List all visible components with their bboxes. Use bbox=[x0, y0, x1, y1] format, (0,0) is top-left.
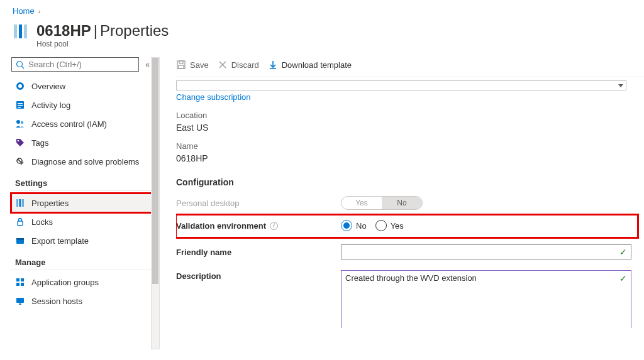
info-icon[interactable]: i bbox=[270, 222, 278, 230]
sidebar-item-label: Diagnose and solve problems bbox=[31, 157, 139, 166]
svg-rect-0 bbox=[14, 25, 17, 38]
svg-line-4 bbox=[22, 66, 25, 68]
name-value: 0618HP bbox=[176, 151, 638, 163]
svg-rect-27 bbox=[16, 298, 24, 303]
save-label: Save bbox=[190, 60, 209, 70]
page-title-separator: | bbox=[94, 22, 97, 40]
location-label: Location bbox=[176, 102, 638, 120]
svg-rect-24 bbox=[21, 278, 24, 281]
radio-no[interactable]: No bbox=[341, 220, 367, 231]
friendly-name-label: Friendly name bbox=[176, 248, 341, 257]
check-icon: ✓ bbox=[619, 247, 627, 257]
radio-circle-checked-icon bbox=[341, 220, 352, 231]
svg-rect-25 bbox=[16, 283, 19, 286]
svg-rect-17 bbox=[16, 199, 18, 207]
configuration-heading: Configuration bbox=[176, 163, 638, 192]
discard-icon bbox=[218, 60, 228, 70]
toolbar: Save Discard Download template bbox=[176, 56, 644, 77]
activity-log-icon bbox=[15, 100, 25, 110]
radio-no-label: No bbox=[356, 221, 367, 231]
svg-rect-28 bbox=[19, 303, 21, 305]
breadcrumb-home[interactable]: Home bbox=[13, 6, 35, 16]
validation-environment-row: Validation environment i No Yes bbox=[176, 215, 638, 237]
svg-point-6 bbox=[18, 84, 22, 88]
svg-point-3 bbox=[17, 61, 23, 67]
sidebar-item-locks[interactable]: Locks bbox=[11, 212, 152, 231]
personal-desktop-toggle: Yes No bbox=[341, 196, 423, 210]
sidebar-item-tags[interactable]: Tags bbox=[11, 133, 152, 152]
sidebar-item-label: Tags bbox=[31, 138, 48, 148]
svg-line-15 bbox=[18, 159, 21, 163]
validation-env-radio-group: No Yes bbox=[341, 220, 404, 231]
sessionhosts-icon bbox=[15, 296, 25, 306]
sidebar-item-activity-log[interactable]: Activity log bbox=[11, 95, 152, 114]
toggle-yes: Yes bbox=[341, 197, 382, 209]
sidebar-item-session-hosts[interactable]: Session hosts bbox=[11, 292, 152, 310]
breadcrumb: Home › bbox=[0, 0, 644, 18]
download-template-button[interactable]: Download template bbox=[268, 60, 352, 70]
sidebar-section-settings: Settings bbox=[11, 171, 152, 191]
save-icon bbox=[176, 60, 186, 70]
page-header: 0618HP | Properties Host pool bbox=[0, 18, 644, 56]
resource-type: Host pool bbox=[36, 40, 169, 48]
discard-button[interactable]: Discard bbox=[218, 60, 259, 70]
description-label: Description bbox=[176, 270, 341, 281]
svg-rect-23 bbox=[16, 278, 19, 281]
page-title: Properties bbox=[100, 22, 169, 40]
subscription-dropdown[interactable] bbox=[176, 80, 626, 90]
save-button[interactable]: Save bbox=[176, 60, 209, 70]
check-icon: ✓ bbox=[619, 273, 627, 283]
personal-desktop-label: Personal desktop bbox=[176, 199, 341, 208]
svg-rect-20 bbox=[18, 221, 23, 226]
svg-rect-19 bbox=[22, 199, 24, 207]
hostpool-icon bbox=[13, 22, 29, 40]
toggle-no: No bbox=[382, 197, 422, 209]
svg-rect-30 bbox=[179, 61, 183, 63]
diagnose-icon bbox=[15, 156, 25, 166]
svg-rect-8 bbox=[18, 103, 23, 104]
friendly-name-input[interactable]: ✓ bbox=[341, 244, 631, 259]
appgroups-icon bbox=[15, 277, 25, 287]
radio-circle-icon bbox=[375, 220, 387, 231]
change-subscription-link[interactable]: Change subscription bbox=[176, 92, 638, 102]
svg-rect-31 bbox=[179, 65, 184, 68]
download-icon bbox=[268, 60, 278, 70]
sidebar-item-label: Application groups bbox=[31, 278, 99, 287]
description-value: Created through the WVD extension bbox=[345, 273, 477, 283]
lock-icon bbox=[15, 217, 25, 227]
sidebar-item-label: Session hosts bbox=[31, 297, 82, 306]
personal-desktop-row: Personal desktop Yes No bbox=[176, 192, 638, 214]
svg-point-13 bbox=[18, 140, 19, 142]
properties-icon bbox=[15, 198, 25, 208]
sidebar-item-export-template[interactable]: Export template bbox=[11, 231, 152, 250]
sidebar-item-access-control[interactable]: Access control (IAM) bbox=[11, 114, 152, 133]
sidebar-item-label: Overview bbox=[31, 82, 65, 91]
sidebar-item-properties[interactable]: Properties bbox=[11, 194, 152, 212]
scrollbar-thumb[interactable] bbox=[152, 58, 158, 284]
description-row: Description Created through the WVD exte… bbox=[176, 270, 638, 328]
sidebar-item-label: Activity log bbox=[31, 101, 70, 110]
svg-rect-26 bbox=[21, 283, 24, 286]
sidebar-item-application-groups[interactable]: Application groups bbox=[11, 273, 152, 292]
sidebar-item-overview[interactable]: Overview bbox=[11, 77, 152, 95]
iam-icon bbox=[15, 119, 25, 129]
search-icon bbox=[16, 60, 25, 69]
radio-yes[interactable]: Yes bbox=[375, 220, 404, 231]
location-value: East US bbox=[176, 120, 638, 133]
friendly-name-row: Friendly name ✓ bbox=[176, 241, 638, 263]
export-icon bbox=[15, 236, 25, 246]
search-input[interactable] bbox=[28, 60, 135, 69]
tags-icon bbox=[15, 138, 25, 148]
svg-rect-18 bbox=[19, 199, 21, 207]
sidebar-item-label: Export template bbox=[31, 236, 89, 246]
discard-label: Discard bbox=[231, 60, 259, 70]
svg-point-12 bbox=[21, 121, 24, 124]
sidebar-item-label: Properties bbox=[31, 199, 69, 208]
svg-rect-1 bbox=[19, 25, 22, 38]
sidebar-section-manage: Manage bbox=[11, 250, 152, 270]
sidebar-item-diagnose[interactable]: Diagnose and solve problems bbox=[11, 152, 152, 171]
description-input[interactable]: Created through the WVD extension ✓ bbox=[341, 270, 631, 328]
svg-point-11 bbox=[16, 120, 20, 124]
sidebar-search[interactable] bbox=[11, 57, 139, 72]
radio-yes-label: Yes bbox=[391, 221, 404, 231]
